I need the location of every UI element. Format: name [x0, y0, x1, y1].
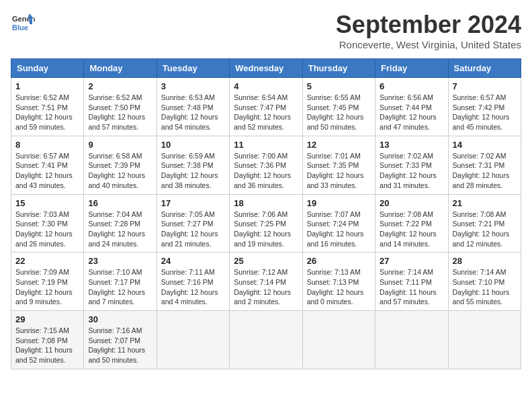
- day-info: Sunrise: 7:00 AM Sunset: 7:36 PM Dayligh…: [234, 151, 298, 191]
- day-number: 30: [88, 314, 152, 324]
- page-header: General Blue September 2024 Ronceverte, …: [11, 11, 521, 50]
- day-number: 20: [380, 198, 443, 208]
- day-of-week-header: Saturday: [448, 59, 521, 78]
- calendar-cell: 10Sunrise: 6:59 AM Sunset: 7:38 PM Dayli…: [157, 136, 229, 194]
- day-number: 17: [161, 198, 225, 208]
- week-row: 15Sunrise: 7:03 AM Sunset: 7:30 PM Dayli…: [11, 194, 521, 253]
- calendar-cell: 3Sunrise: 6:53 AM Sunset: 7:48 PM Daylig…: [157, 78, 229, 136]
- day-info: Sunrise: 7:16 AM Sunset: 7:07 PM Dayligh…: [88, 326, 152, 365]
- day-info: Sunrise: 7:06 AM Sunset: 7:25 PM Dayligh…: [234, 210, 298, 249]
- calendar-cell: 16Sunrise: 7:04 AM Sunset: 7:28 PM Dayli…: [84, 194, 157, 253]
- calendar-cell: 5Sunrise: 6:55 AM Sunset: 7:45 PM Daylig…: [302, 78, 375, 136]
- day-number: 13: [380, 140, 443, 150]
- calendar-cell: 21Sunrise: 7:08 AM Sunset: 7:21 PM Dayli…: [448, 194, 521, 253]
- calendar-cell: 29Sunrise: 7:15 AM Sunset: 7:08 PM Dayli…: [11, 311, 84, 369]
- day-number: 1: [15, 81, 79, 91]
- day-number: 3: [161, 81, 225, 91]
- calendar-cell: [302, 311, 375, 369]
- calendar-cell: 14Sunrise: 7:02 AM Sunset: 7:31 PM Dayli…: [448, 136, 521, 194]
- calendar-cell: [230, 311, 302, 369]
- day-info: Sunrise: 6:52 AM Sunset: 7:51 PM Dayligh…: [15, 93, 79, 132]
- logo-icon: General Blue: [11, 11, 35, 35]
- day-number: 16: [88, 198, 152, 208]
- month-title: September 2024: [336, 11, 521, 39]
- week-row: 22Sunrise: 7:09 AM Sunset: 7:19 PM Dayli…: [11, 253, 521, 311]
- calendar-cell: 2Sunrise: 6:52 AM Sunset: 7:50 PM Daylig…: [84, 78, 157, 136]
- calendar-cell: 7Sunrise: 6:57 AM Sunset: 7:42 PM Daylig…: [448, 78, 521, 136]
- day-number: 11: [234, 140, 298, 150]
- day-info: Sunrise: 7:08 AM Sunset: 7:21 PM Dayligh…: [453, 210, 517, 249]
- day-of-week-header: Thursday: [302, 59, 375, 78]
- day-info: Sunrise: 6:59 AM Sunset: 7:38 PM Dayligh…: [161, 151, 225, 191]
- calendar-cell: 18Sunrise: 7:06 AM Sunset: 7:25 PM Dayli…: [230, 194, 302, 253]
- calendar-cell: 15Sunrise: 7:03 AM Sunset: 7:30 PM Dayli…: [11, 194, 84, 253]
- day-number: 5: [307, 81, 371, 91]
- calendar-cell: 4Sunrise: 6:54 AM Sunset: 7:47 PM Daylig…: [230, 78, 302, 136]
- day-of-week-header: Monday: [84, 59, 157, 78]
- day-info: Sunrise: 7:15 AM Sunset: 7:08 PM Dayligh…: [15, 326, 79, 365]
- day-of-week-header: Wednesday: [230, 59, 302, 78]
- day-number: 27: [380, 256, 443, 266]
- day-info: Sunrise: 7:04 AM Sunset: 7:28 PM Dayligh…: [88, 210, 152, 249]
- day-number: 29: [15, 314, 79, 324]
- calendar-cell: 11Sunrise: 7:00 AM Sunset: 7:36 PM Dayli…: [230, 136, 302, 194]
- day-info: Sunrise: 7:14 AM Sunset: 7:11 PM Dayligh…: [380, 267, 443, 307]
- title-block: September 2024 Ronceverte, West Virginia…: [336, 11, 521, 50]
- day-of-week-header: Tuesday: [157, 59, 229, 78]
- week-row: 8Sunrise: 6:57 AM Sunset: 7:41 PM Daylig…: [11, 136, 521, 194]
- day-number: 18: [234, 198, 298, 208]
- day-info: Sunrise: 7:07 AM Sunset: 7:24 PM Dayligh…: [307, 210, 371, 249]
- calendar-cell: [157, 311, 229, 369]
- calendar-cell: 28Sunrise: 7:14 AM Sunset: 7:10 PM Dayli…: [448, 253, 521, 311]
- calendar-cell: 13Sunrise: 7:02 AM Sunset: 7:33 PM Dayli…: [375, 136, 448, 194]
- day-info: Sunrise: 7:13 AM Sunset: 7:13 PM Dayligh…: [307, 267, 371, 307]
- day-info: Sunrise: 7:08 AM Sunset: 7:22 PM Dayligh…: [380, 210, 443, 249]
- day-number: 12: [307, 140, 371, 150]
- calendar-cell: 25Sunrise: 7:12 AM Sunset: 7:14 PM Dayli…: [230, 253, 302, 311]
- day-number: 25: [234, 256, 298, 266]
- day-number: 15: [15, 198, 79, 208]
- calendar-cell: 17Sunrise: 7:05 AM Sunset: 7:27 PM Dayli…: [157, 194, 229, 253]
- day-info: Sunrise: 7:11 AM Sunset: 7:16 PM Dayligh…: [161, 267, 225, 307]
- calendar-cell: [375, 311, 448, 369]
- day-number: 10: [161, 140, 225, 150]
- day-number: 7: [453, 81, 517, 91]
- calendar-cell: 19Sunrise: 7:07 AM Sunset: 7:24 PM Dayli…: [302, 194, 375, 253]
- day-number: 22: [15, 256, 79, 266]
- day-info: Sunrise: 7:10 AM Sunset: 7:17 PM Dayligh…: [88, 267, 152, 307]
- day-number: 21: [453, 198, 517, 208]
- logo: General Blue: [11, 11, 35, 35]
- week-row: 29Sunrise: 7:15 AM Sunset: 7:08 PM Dayli…: [11, 311, 521, 369]
- calendar-cell: 12Sunrise: 7:01 AM Sunset: 7:35 PM Dayli…: [302, 136, 375, 194]
- day-number: 14: [453, 140, 517, 150]
- calendar-cell: 27Sunrise: 7:14 AM Sunset: 7:11 PM Dayli…: [375, 253, 448, 311]
- week-row: 1Sunrise: 6:52 AM Sunset: 7:51 PM Daylig…: [11, 78, 521, 136]
- day-info: Sunrise: 6:53 AM Sunset: 7:48 PM Dayligh…: [161, 93, 225, 132]
- calendar-cell: 1Sunrise: 6:52 AM Sunset: 7:51 PM Daylig…: [11, 78, 84, 136]
- day-info: Sunrise: 6:58 AM Sunset: 7:39 PM Dayligh…: [88, 151, 152, 191]
- calendar-cell: 6Sunrise: 6:56 AM Sunset: 7:44 PM Daylig…: [375, 78, 448, 136]
- calendar-cell: [448, 311, 521, 369]
- day-info: Sunrise: 6:55 AM Sunset: 7:45 PM Dayligh…: [307, 93, 371, 132]
- day-number: 9: [88, 140, 152, 150]
- calendar-cell: 8Sunrise: 6:57 AM Sunset: 7:41 PM Daylig…: [11, 136, 84, 194]
- day-info: Sunrise: 6:57 AM Sunset: 7:41 PM Dayligh…: [15, 151, 79, 191]
- day-info: Sunrise: 7:03 AM Sunset: 7:30 PM Dayligh…: [15, 210, 79, 249]
- day-info: Sunrise: 7:02 AM Sunset: 7:31 PM Dayligh…: [453, 151, 517, 191]
- day-info: Sunrise: 7:12 AM Sunset: 7:14 PM Dayligh…: [234, 267, 298, 307]
- day-number: 4: [234, 81, 298, 91]
- calendar-cell: 30Sunrise: 7:16 AM Sunset: 7:07 PM Dayli…: [84, 311, 157, 369]
- day-number: 23: [88, 256, 152, 266]
- day-info: Sunrise: 7:02 AM Sunset: 7:33 PM Dayligh…: [380, 151, 443, 191]
- day-info: Sunrise: 7:14 AM Sunset: 7:10 PM Dayligh…: [453, 267, 517, 307]
- calendar-table: SundayMondayTuesdayWednesdayThursdayFrid…: [11, 58, 521, 369]
- day-number: 6: [380, 81, 443, 91]
- day-number: 8: [15, 140, 79, 150]
- calendar-cell: 26Sunrise: 7:13 AM Sunset: 7:13 PM Dayli…: [302, 253, 375, 311]
- day-info: Sunrise: 6:54 AM Sunset: 7:47 PM Dayligh…: [234, 93, 298, 132]
- calendar-header-row: SundayMondayTuesdayWednesdayThursdayFrid…: [11, 59, 521, 78]
- day-info: Sunrise: 6:57 AM Sunset: 7:42 PM Dayligh…: [453, 93, 517, 132]
- calendar-cell: 20Sunrise: 7:08 AM Sunset: 7:22 PM Dayli…: [375, 194, 448, 253]
- day-info: Sunrise: 6:52 AM Sunset: 7:50 PM Dayligh…: [88, 93, 152, 132]
- day-number: 24: [161, 256, 225, 266]
